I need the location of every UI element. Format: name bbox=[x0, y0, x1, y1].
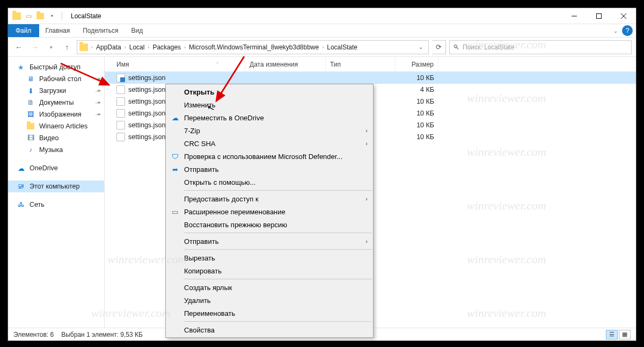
ctx-ext-rename[interactable]: ▭ Расширенное переименование bbox=[166, 205, 373, 218]
close-button[interactable] bbox=[611, 8, 636, 24]
separator bbox=[184, 321, 372, 322]
breadcrumb-segment[interactable]: AppData bbox=[94, 44, 123, 51]
pin-icon: 📌︎ bbox=[95, 99, 101, 106]
submenu-arrow-icon: › bbox=[365, 238, 368, 244]
star-icon: ★ bbox=[17, 63, 25, 71]
nav-label: Документы bbox=[39, 99, 74, 106]
nav-quick-access[interactable]: ★ Быстрый доступ bbox=[8, 61, 104, 73]
ctx-shortcut[interactable]: Создать ярлык bbox=[166, 281, 373, 294]
nav-network[interactable]: 🖧 Сеть bbox=[8, 199, 104, 211]
breadcrumb-segment[interactable]: Local bbox=[127, 44, 147, 51]
title-bar: ▭ ▾ LocalState bbox=[8, 8, 636, 24]
separator bbox=[184, 279, 372, 279]
ctx-defender[interactable]: 🛡 Проверка с использованием Microsoft De… bbox=[166, 150, 373, 163]
view-details-button[interactable]: ☰ bbox=[606, 330, 618, 339]
forward-button[interactable]: → bbox=[28, 41, 41, 54]
file-name: settings.json.2 bbox=[128, 98, 171, 105]
chevron-right-icon[interactable]: › bbox=[147, 45, 150, 50]
qat-dropdown-icon[interactable]: ▾ bbox=[48, 12, 56, 20]
ctx-open-with[interactable]: Открыть с помощью... bbox=[166, 176, 373, 189]
nav-videos[interactable]: 🎞 Видео bbox=[8, 132, 104, 144]
ctx-delete[interactable]: Удалить bbox=[166, 294, 373, 307]
navigation-bar: ← → ▾ ↑ › AppData › Local › Packages › M… bbox=[8, 38, 636, 57]
nav-label: Winaero Articles bbox=[39, 122, 87, 130]
ribbon-expand-icon[interactable]: ⌄ bbox=[609, 24, 622, 37]
ribbon-tabs: Файл Главная Поделиться Вид ⌄ ? bbox=[8, 24, 636, 38]
ctx-grant-access[interactable]: Предоставить доступ к › bbox=[166, 192, 373, 205]
address-dropdown-icon[interactable]: ⌄ bbox=[415, 44, 426, 50]
onedrive-icon: ☁ bbox=[170, 113, 180, 122]
nav-folder-winaero[interactable]: Winaero Articles bbox=[8, 120, 104, 132]
nav-documents[interactable]: 🗎 Документы 📌︎ bbox=[8, 97, 104, 109]
sort-indicator-icon: ˄ bbox=[216, 62, 219, 67]
ctx-properties[interactable]: Свойства bbox=[166, 323, 373, 336]
chevron-right-icon[interactable]: › bbox=[321, 45, 325, 50]
refresh-button[interactable]: ⟳ bbox=[432, 40, 446, 54]
status-count: Элементов: 6 bbox=[13, 331, 54, 338]
file-size: 10 КБ bbox=[396, 110, 438, 117]
window-title: LocalState bbox=[71, 12, 101, 20]
ctx-restore-prev[interactable]: Восстановить прежнюю версию bbox=[166, 218, 373, 231]
ctx-onedrive[interactable]: ☁ Переместить в OneDrive bbox=[166, 111, 373, 124]
new-folder-qat-icon[interactable] bbox=[36, 12, 45, 20]
ribbon-tab-home[interactable]: Главная bbox=[39, 24, 77, 37]
file-icon bbox=[116, 133, 125, 141]
column-header-name[interactable]: Имя ˄ bbox=[105, 57, 245, 71]
nav-label: OneDrive bbox=[30, 164, 58, 172]
search-placeholder: Поиск: LocalState bbox=[463, 44, 515, 51]
maximize-button[interactable] bbox=[587, 8, 611, 24]
nav-label: Рабочий стол bbox=[39, 75, 81, 83]
breadcrumb-segment[interactable]: LocalState bbox=[325, 44, 360, 51]
submenu-arrow-icon: › bbox=[365, 196, 368, 202]
ctx-7zip[interactable]: 7-Zip › bbox=[166, 124, 373, 137]
separator bbox=[184, 190, 372, 191]
breadcrumb-segment[interactable]: Microsoft.WindowsTerminal_8wekyb3d8bbwe bbox=[187, 44, 321, 51]
nav-label: Быстрый доступ bbox=[30, 63, 80, 71]
column-header-size[interactable]: Размер bbox=[396, 57, 438, 71]
view-large-icons-button[interactable]: ▦ bbox=[619, 330, 631, 339]
nav-desktop[interactable]: 🖥 Рабочий стол 📌︎ bbox=[8, 73, 104, 85]
address-bar[interactable]: › AppData › Local › Packages › Microsoft… bbox=[77, 40, 429, 54]
separator bbox=[184, 233, 372, 233]
back-button[interactable]: ← bbox=[12, 41, 25, 54]
pin-icon: 📌︎ bbox=[95, 111, 101, 118]
documents-icon: 🗎 bbox=[26, 98, 35, 107]
ribbon-file-tab[interactable]: Файл bbox=[8, 24, 39, 37]
downloads-icon: ⬇ bbox=[26, 86, 35, 95]
ribbon-tab-view[interactable]: Вид bbox=[125, 24, 149, 37]
ribbon-tab-share[interactable]: Поделиться bbox=[76, 24, 125, 37]
breadcrumb-segment[interactable]: Packages bbox=[150, 44, 183, 51]
up-button[interactable]: ↑ bbox=[61, 41, 74, 54]
recent-dropdown-icon[interactable]: ▾ bbox=[45, 41, 57, 54]
minimize-button[interactable] bbox=[562, 8, 587, 24]
nav-onedrive[interactable]: ☁ OneDrive bbox=[8, 162, 104, 174]
separator bbox=[62, 12, 62, 20]
properties-qat-icon[interactable]: ▭ bbox=[24, 12, 33, 20]
column-headers: Имя ˄ Дата изменения Тип Размер bbox=[105, 57, 636, 72]
folder-icon bbox=[12, 12, 21, 20]
ctx-rename[interactable]: Переименовать bbox=[166, 307, 373, 320]
nav-music[interactable]: ♪ Музыка bbox=[8, 144, 104, 156]
column-header-date[interactable]: Дата изменения bbox=[245, 57, 326, 71]
column-header-type[interactable]: Тип bbox=[326, 57, 396, 71]
search-input[interactable]: 🔍︎ Поиск: LocalState bbox=[449, 40, 632, 54]
nav-label: Этот компьютер bbox=[30, 183, 79, 190]
ctx-copy[interactable]: Копировать bbox=[166, 264, 373, 277]
file-name: settings.json.2 bbox=[128, 86, 171, 93]
chevron-right-icon[interactable]: › bbox=[123, 45, 127, 50]
chevron-right-icon[interactable]: › bbox=[90, 45, 94, 50]
nav-pictures[interactable]: 🖼 Изображения 📌︎ bbox=[8, 109, 104, 120]
ctx-open[interactable]: Открыть bbox=[166, 85, 373, 98]
videos-icon: 🎞 bbox=[26, 134, 35, 142]
chevron-right-icon[interactable]: › bbox=[183, 45, 187, 50]
ctx-send[interactable]: ➦ Отправить bbox=[166, 163, 373, 176]
nav-downloads[interactable]: ⬇ Загрузки 📌︎ bbox=[8, 85, 104, 97]
file-size: 10 КБ bbox=[396, 121, 438, 129]
help-button[interactable]: ? bbox=[622, 25, 633, 36]
ctx-send-to[interactable]: Отправить › bbox=[166, 235, 373, 248]
nav-this-pc[interactable]: 🖳 Этот компьютер bbox=[8, 180, 104, 192]
ctx-edit[interactable]: Изменить bbox=[166, 98, 373, 111]
ctx-cut[interactable]: Вырезать bbox=[166, 251, 373, 264]
ctx-crcsha[interactable]: CRC SHA › bbox=[166, 137, 373, 150]
file-row[interactable]: settings.json 10 КБ bbox=[105, 72, 636, 84]
